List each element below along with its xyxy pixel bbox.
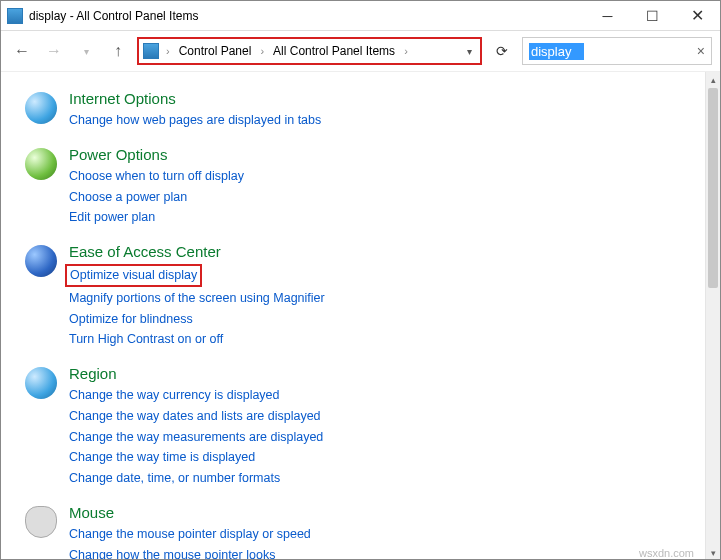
group-title[interactable]: Internet Options	[69, 90, 321, 107]
group-region: Region Change the way currency is displa…	[25, 365, 691, 488]
link-pointer-speed[interactable]: Change the mouse pointer display or spee…	[69, 525, 311, 544]
chevron-right-icon[interactable]: ›	[163, 45, 173, 57]
link-dates-lists-display[interactable]: Change the way dates and lists are displ…	[69, 407, 321, 426]
link-magnify-screen[interactable]: Magnify portions of the screen using Mag…	[69, 289, 325, 308]
watermark: wsxdn.com	[639, 547, 694, 559]
search-box[interactable]: display ×	[522, 37, 712, 65]
link-optimize-visual-display[interactable]: Optimize visual display	[65, 264, 202, 287]
control-panel-icon	[143, 43, 159, 59]
refresh-button[interactable]: ⟳	[488, 37, 516, 65]
vertical-scrollbar[interactable]: ▴ ▾	[705, 72, 720, 560]
address-history-dropdown-icon[interactable]: ▾	[467, 46, 476, 57]
titlebar: display - All Control Panel Items ─ ☐ ✕	[1, 1, 720, 31]
control-panel-icon	[7, 8, 23, 24]
minimize-button[interactable]: ─	[585, 1, 630, 30]
group-power-options: Power Options Choose when to turn off di…	[25, 146, 691, 227]
window-title: display - All Control Panel Items	[29, 9, 585, 23]
results-pane: Internet Options Change how web pages ar…	[1, 72, 705, 560]
mouse-icon	[25, 506, 57, 538]
chevron-right-icon[interactable]: ›	[401, 45, 411, 57]
recent-dropdown-icon[interactable]: ▾	[73, 38, 99, 64]
clear-search-icon[interactable]: ×	[697, 43, 705, 59]
close-button[interactable]: ✕	[675, 1, 720, 30]
breadcrumb-all-items[interactable]: All Control Panel Items	[271, 44, 397, 58]
group-title[interactable]: Region	[69, 365, 323, 382]
link-high-contrast[interactable]: Turn High Contrast on or off	[69, 330, 223, 349]
back-button[interactable]: ←	[9, 38, 35, 64]
link-pointer-look[interactable]: Change how the mouse pointer looks	[69, 546, 275, 561]
group-mouse: Mouse Change the mouse pointer display o…	[25, 504, 691, 560]
group-ease-of-access: Ease of Access Center Optimize visual di…	[25, 243, 691, 349]
link-edit-power-plan[interactable]: Edit power plan	[69, 208, 155, 227]
up-button[interactable]: ↑	[105, 38, 131, 64]
breadcrumb-control-panel[interactable]: Control Panel	[177, 44, 254, 58]
ease-of-access-icon	[25, 245, 57, 277]
battery-icon	[25, 148, 57, 180]
globe-clock-icon	[25, 367, 57, 399]
scroll-up-icon[interactable]: ▴	[706, 72, 720, 88]
group-title[interactable]: Power Options	[69, 146, 244, 163]
search-input[interactable]: display	[529, 43, 584, 60]
link-turn-off-display[interactable]: Choose when to turn off display	[69, 167, 244, 186]
group-internet-options: Internet Options Change how web pages ar…	[25, 90, 691, 130]
link-measurements-display[interactable]: Change the way measurements are displaye…	[69, 428, 323, 447]
group-title[interactable]: Ease of Access Center	[69, 243, 325, 260]
scroll-down-icon[interactable]: ▾	[706, 545, 720, 560]
link-tabs-display[interactable]: Change how web pages are displayed in ta…	[69, 111, 321, 130]
link-optimize-blindness[interactable]: Optimize for blindness	[69, 310, 193, 329]
link-choose-power-plan[interactable]: Choose a power plan	[69, 188, 187, 207]
address-bar[interactable]: › Control Panel › All Control Panel Item…	[137, 37, 482, 65]
link-time-display[interactable]: Change the way time is displayed	[69, 448, 255, 467]
scroll-thumb[interactable]	[708, 88, 718, 288]
globe-icon	[25, 92, 57, 124]
navigation-row: ← → ▾ ↑ › Control Panel › All Control Pa…	[1, 31, 720, 71]
chevron-right-icon[interactable]: ›	[257, 45, 267, 57]
maximize-button[interactable]: ☐	[630, 1, 675, 30]
link-currency-display[interactable]: Change the way currency is displayed	[69, 386, 280, 405]
link-date-time-formats[interactable]: Change date, time, or number formats	[69, 469, 280, 488]
forward-button[interactable]: →	[41, 38, 67, 64]
group-title[interactable]: Mouse	[69, 504, 371, 521]
